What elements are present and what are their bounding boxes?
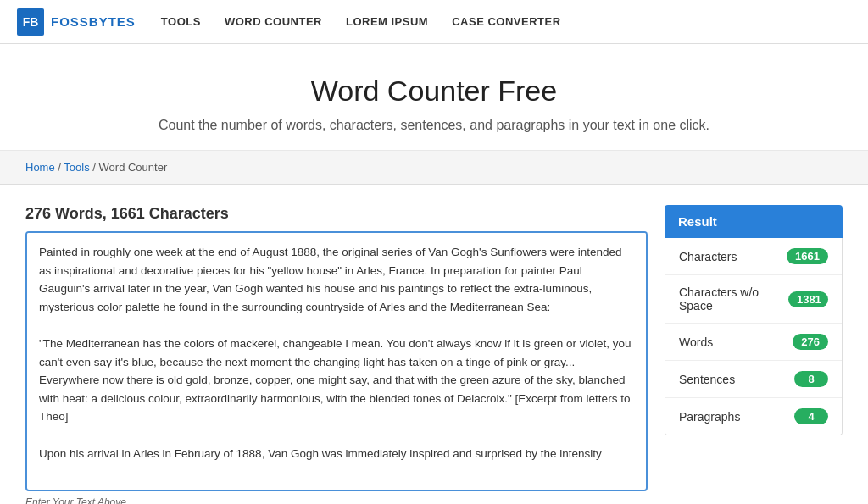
- left-panel: 276 Words, 1661 Characters Enter Your Te…: [25, 205, 648, 504]
- nav-link-tools[interactable]: TOOLS: [161, 15, 201, 28]
- logo-icon: FB: [17, 8, 44, 36]
- text-input[interactable]: [27, 233, 646, 487]
- result-badge-4: 4: [794, 408, 828, 424]
- breadcrumb: Home / Tools / Word Counter: [25, 161, 843, 174]
- navbar: FB FOSSBYTES TOOLS WORD COUNTER LOREM IP…: [0, 0, 868, 44]
- result-label-3: Sentences: [679, 373, 735, 386]
- breadcrumb-home[interactable]: Home: [25, 161, 55, 174]
- breadcrumb-bar: Home / Tools / Word Counter: [0, 151, 868, 185]
- breadcrumb-tools[interactable]: Tools: [64, 161, 89, 174]
- logo-area: FB FOSSBYTES: [17, 8, 136, 36]
- result-label-1: Characters w/o Space: [679, 285, 788, 313]
- result-badge-1: 1381: [788, 291, 828, 307]
- result-table: Characters 1661 Characters w/o Space 138…: [665, 238, 843, 435]
- text-hint: Enter Your Text Above: [25, 496, 648, 504]
- nav-link-case-converter[interactable]: CASE CONVERTER: [452, 15, 560, 28]
- logo-text: FOSSBYTES: [51, 14, 136, 29]
- result-header: Result: [665, 205, 843, 238]
- result-badge-2: 276: [793, 334, 828, 350]
- hero-subtitle: Count the number of words, characters, s…: [137, 118, 731, 133]
- textarea-wrapper: [25, 231, 648, 491]
- result-label-0: Characters: [679, 250, 737, 263]
- nav-links: TOOLS WORD COUNTER LOREM IPSUM CASE CONV…: [161, 15, 561, 28]
- result-row: Sentences 8: [665, 361, 842, 398]
- result-label-2: Words: [679, 335, 713, 349]
- result-row: Words 276: [665, 324, 842, 361]
- word-count-header: 276 Words, 1661 Characters: [25, 205, 648, 223]
- result-badge-3: 8: [794, 371, 828, 387]
- nav-link-lorem-ipsum[interactable]: LOREM IPSUM: [346, 15, 428, 28]
- breadcrumb-current: Word Counter: [99, 161, 168, 174]
- main-content: 276 Words, 1661 Characters Enter Your Te…: [0, 185, 868, 504]
- result-label-4: Paragraphs: [679, 410, 740, 424]
- hero-section: Word Counter Free Count the number of wo…: [0, 44, 868, 151]
- result-row: Paragraphs 4: [665, 398, 842, 435]
- hero-title: Word Counter Free: [17, 75, 851, 108]
- result-badge-0: 1661: [787, 248, 828, 264]
- result-row: Characters 1661: [665, 238, 842, 275]
- nav-link-word-counter[interactable]: WORD COUNTER: [225, 15, 322, 28]
- right-panel: Result Characters 1661 Characters w/o Sp…: [665, 205, 843, 504]
- result-row: Characters w/o Space 1381: [665, 275, 842, 324]
